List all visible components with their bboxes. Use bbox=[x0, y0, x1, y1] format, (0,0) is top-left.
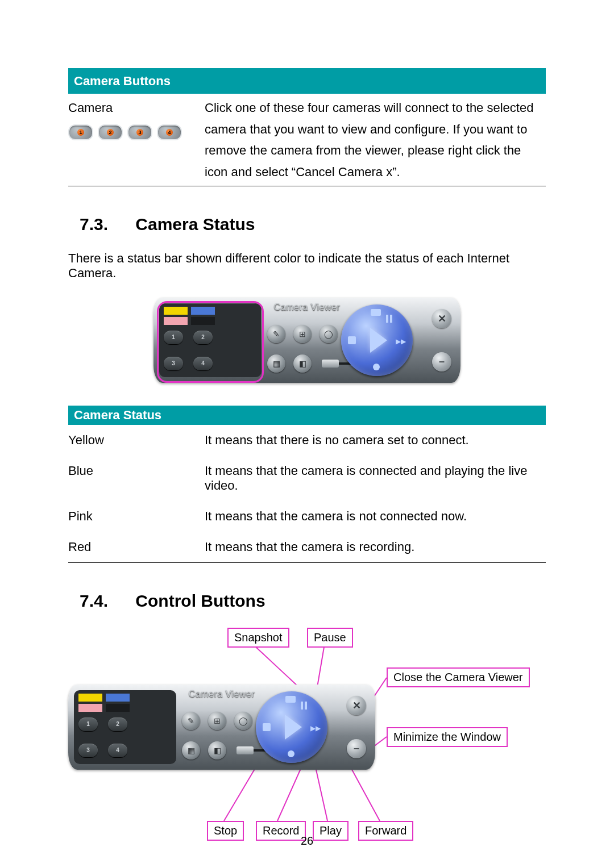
camera-pill-3-label: 3 bbox=[136, 129, 143, 136]
panel2-icon-c[interactable]: ◯ bbox=[234, 712, 252, 730]
dial-play-icon[interactable] bbox=[370, 328, 387, 353]
dial-record-icon[interactable] bbox=[373, 364, 380, 370]
panel1-icon-b[interactable]: ⊞ bbox=[293, 325, 312, 343]
camera-pill-3[interactable]: 3 bbox=[127, 124, 152, 140]
panel2-minimize-button[interactable]: – bbox=[347, 739, 366, 758]
status-desc-yellow: It means that there is no camera set to … bbox=[205, 425, 546, 456]
status-box-dark-2 bbox=[106, 704, 130, 712]
camera-buttons-header: Camera Buttons bbox=[68, 68, 546, 94]
panel2-cam-row-bot: 3 4 bbox=[78, 744, 127, 757]
panel2-cam4[interactable]: 4 bbox=[108, 744, 127, 757]
panel1-cam-row-bot: 3 4 bbox=[164, 357, 213, 370]
page-number: 26 bbox=[301, 834, 313, 848]
panel2-cam-row-top: 1 2 bbox=[78, 717, 127, 731]
panel1-close-button[interactable]: ✕ bbox=[432, 309, 451, 328]
panel1-icon-c[interactable]: ◯ bbox=[320, 325, 338, 343]
heading-7-3: 7.3. Camera Status bbox=[80, 215, 546, 234]
heading-7-3-number: 7.3. bbox=[80, 215, 131, 234]
callout-pause: Pause bbox=[307, 628, 353, 648]
panel2-close-button[interactable]: ✕ bbox=[347, 696, 366, 715]
panel2-icon-f[interactable]: ◧ bbox=[208, 741, 226, 760]
status-row-blue: Blue It means that the camera is connect… bbox=[68, 456, 546, 501]
panel1-cam3[interactable]: 3 bbox=[164, 357, 183, 370]
heading-7-4-title: Control Buttons bbox=[135, 591, 265, 610]
camera-label-cell: Camera 1 2 3 4 bbox=[68, 94, 205, 186]
dial-forward-icon[interactable]: ▶▶ bbox=[396, 337, 406, 345]
dial-pause-icon[interactable] bbox=[386, 315, 392, 323]
dial2-play-icon[interactable] bbox=[285, 715, 302, 740]
status-color-yellow: Yellow bbox=[68, 425, 205, 456]
panel1-cam-row-top: 1 2 bbox=[164, 331, 213, 344]
camera-pill-row: 1 2 3 4 bbox=[68, 124, 199, 140]
panel2-icon-e[interactable]: ▦ bbox=[182, 741, 200, 760]
panel1-cam2[interactable]: 2 bbox=[193, 331, 213, 344]
callout-snapshot: Snapshot bbox=[227, 628, 289, 648]
heading-7-4: 7.4. Control Buttons bbox=[80, 591, 546, 611]
status-row-red: Red It means that the camera is recordin… bbox=[68, 532, 546, 563]
section-7-3-intro: There is a status bar shown different co… bbox=[68, 251, 546, 281]
status-color-red: Red bbox=[68, 532, 205, 563]
callout-stop: Stop bbox=[207, 821, 244, 841]
callout-minimize: Minimize the Window bbox=[387, 727, 508, 747]
panel2-cam2[interactable]: 2 bbox=[108, 717, 127, 731]
status-box-dark bbox=[191, 317, 215, 325]
camera-pill-4[interactable]: 4 bbox=[157, 124, 182, 140]
panel2-icon-b[interactable]: ⊞ bbox=[208, 712, 226, 730]
camera-pill-1[interactable]: 1 bbox=[68, 124, 93, 140]
status-desc-red: It means that the camera is recording. bbox=[205, 532, 546, 563]
callout-forward: Forward bbox=[358, 821, 413, 841]
dial2-pause-icon[interactable] bbox=[301, 702, 307, 710]
panel1-title: Camera Viewer bbox=[154, 302, 460, 312]
status-row-yellow: Yellow It means that there is no camera … bbox=[68, 425, 546, 456]
camera-buttons-description: Click one of these four cameras will con… bbox=[205, 94, 546, 186]
status-panel-wrap: 1 2 3 4 Camera Viewer ✎ ⊞ ◯ ◐ ▦ ◧ bbox=[68, 298, 546, 383]
callout-close: Close the Camera Viewer bbox=[387, 667, 530, 687]
panel2-dial: ▶▶ bbox=[256, 691, 327, 763]
callout-play: Play bbox=[313, 821, 349, 841]
camera-status-table: Camera Status Yellow It means that there… bbox=[68, 406, 546, 563]
panel1-minimize-button[interactable]: – bbox=[432, 352, 451, 372]
status-desc-pink: It means that the camera is not connecte… bbox=[205, 501, 546, 532]
camera-pill-4-label: 4 bbox=[166, 129, 173, 136]
panel1-icon-a[interactable]: ✎ bbox=[267, 325, 285, 343]
panel1-cam1[interactable]: 1 bbox=[164, 331, 183, 344]
camera-viewer-panel-1: 1 2 3 4 Camera Viewer ✎ ⊞ ◯ ◐ ▦ ◧ bbox=[154, 298, 460, 383]
page: Camera Buttons Camera 1 2 3 4 Click one … bbox=[0, 0, 614, 868]
dial2-record-icon[interactable] bbox=[288, 750, 294, 757]
status-color-pink: Pink bbox=[68, 501, 205, 532]
camera-status-header: Camera Status bbox=[68, 406, 546, 425]
panel1-cam4[interactable]: 4 bbox=[193, 357, 213, 370]
panel2-title: Camera Viewer bbox=[68, 689, 375, 699]
dial2-forward-icon[interactable]: ▶▶ bbox=[310, 724, 321, 732]
heading-7-3-title: Camera Status bbox=[135, 215, 255, 233]
panel1-dial: ▶▶ bbox=[341, 304, 413, 376]
camera-pill-2-label: 2 bbox=[107, 129, 114, 136]
camera-label: Camera bbox=[68, 97, 199, 118]
panel1-icon-f[interactable]: ◧ bbox=[293, 354, 312, 373]
dial-snapshot-icon[interactable] bbox=[371, 309, 381, 316]
status-color-blue: Blue bbox=[68, 456, 205, 501]
status-box-pink bbox=[164, 317, 188, 325]
camera-pill-2[interactable]: 2 bbox=[98, 124, 123, 140]
camera-buttons-table: Camera Buttons Camera 1 2 3 4 Click one … bbox=[68, 68, 546, 186]
heading-7-4-number: 7.4. bbox=[80, 591, 131, 611]
dial2-stop-icon[interactable] bbox=[263, 723, 271, 731]
panel1-icon-e[interactable]: ▦ bbox=[267, 354, 285, 373]
status-box-pink-2 bbox=[78, 704, 102, 712]
control-buttons-diagram: Snapshot Pause Close the Camera Viewer M… bbox=[68, 628, 546, 855]
camera-pill-1-label: 1 bbox=[77, 129, 84, 136]
status-desc-blue: It means that the camera is connected an… bbox=[205, 456, 546, 501]
callout-record: Record bbox=[256, 821, 306, 841]
status-row-pink: Pink It means that the camera is not con… bbox=[68, 501, 546, 532]
dial-stop-icon[interactable] bbox=[348, 336, 356, 344]
dial2-snapshot-icon[interactable] bbox=[285, 696, 296, 703]
panel2-cam3[interactable]: 3 bbox=[78, 744, 98, 757]
panel2-icon-a[interactable]: ✎ bbox=[182, 712, 200, 730]
camera-viewer-panel-2: 1 2 3 4 Camera Viewer ✎ ⊞ ◯ ◐ ▦ ◧ bbox=[68, 685, 375, 770]
panel2-cam1[interactable]: 1 bbox=[78, 717, 98, 731]
